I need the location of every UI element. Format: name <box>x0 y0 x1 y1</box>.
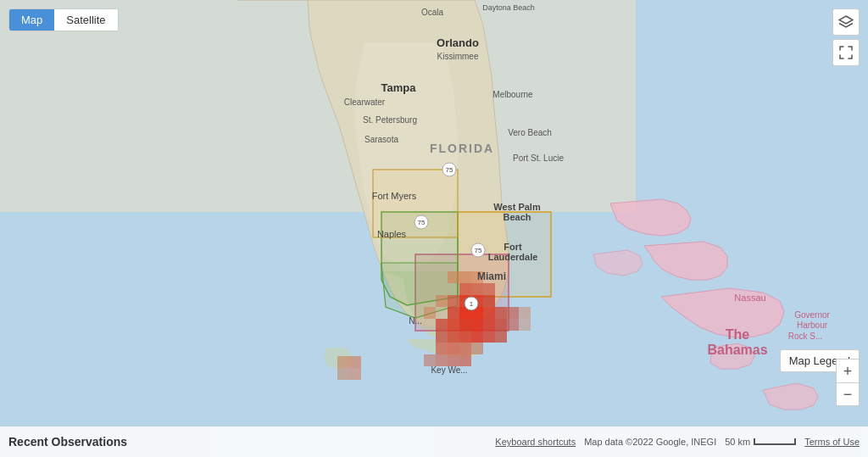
svg-text:Naples: Naples <box>377 229 407 239</box>
svg-rect-29 <box>507 307 519 319</box>
svg-rect-41 <box>448 354 459 366</box>
svg-rect-35 <box>424 307 436 319</box>
svg-rect-15 <box>483 319 495 331</box>
svg-text:Port St. Lucie: Port St. Lucie <box>513 153 564 163</box>
svg-rect-39 <box>448 343 459 354</box>
svg-text:West Palm: West Palm <box>493 202 541 212</box>
recent-observations-label: Recent Observations <box>8 435 127 449</box>
svg-rect-26 <box>459 283 471 295</box>
svg-rect-31 <box>448 271 459 283</box>
terms-of-use-link[interactable]: Terms of Use <box>804 437 860 447</box>
svg-text:St. Petersburg: St. Petersburg <box>363 115 417 125</box>
svg-text:Beach: Beach <box>503 212 531 222</box>
map-svg: Orlando Kissimmee Tampa Clearwater St. P… <box>0 0 868 457</box>
svg-rect-47 <box>349 356 361 368</box>
svg-text:Melbourne: Melbourne <box>492 90 533 99</box>
svg-rect-45 <box>471 343 483 354</box>
svg-rect-36 <box>519 307 531 319</box>
svg-rect-19 <box>459 331 471 343</box>
svg-rect-16 <box>495 319 507 331</box>
svg-text:The: The <box>726 327 750 342</box>
svg-rect-28 <box>448 295 459 307</box>
svg-text:Key We...: Key We... <box>431 365 467 375</box>
map-container: Orlando Kissimmee Tampa Clearwater St. P… <box>0 0 868 457</box>
svg-rect-44 <box>424 354 436 366</box>
svg-text:Daytona Beach: Daytona Beach <box>482 3 535 12</box>
svg-text:N...: N... <box>409 316 422 326</box>
svg-text:FLORIDA: FLORIDA <box>430 142 494 155</box>
map-type-toggle[interactable]: Map Satellite <box>8 8 119 31</box>
svg-rect-25 <box>471 283 483 295</box>
svg-text:75: 75 <box>475 247 482 254</box>
svg-text:Kissimmee: Kissimmee <box>437 52 479 61</box>
svg-text:75: 75 <box>446 166 453 174</box>
svg-rect-42 <box>459 354 471 366</box>
svg-rect-14 <box>471 319 483 331</box>
svg-text:1: 1 <box>470 300 474 308</box>
svg-text:Ocala: Ocala <box>421 8 444 17</box>
svg-rect-43 <box>436 354 448 366</box>
svg-rect-34 <box>436 295 448 307</box>
svg-text:Governor: Governor <box>794 310 830 320</box>
zoom-out-button[interactable]: − <box>836 382 860 406</box>
layers-button[interactable] <box>832 8 860 36</box>
satellite-view-button[interactable]: Satellite <box>54 9 117 31</box>
svg-text:Harbour: Harbour <box>797 320 828 330</box>
svg-text:75: 75 <box>418 219 426 226</box>
svg-text:Fort: Fort <box>504 242 522 252</box>
svg-rect-49 <box>349 368 361 380</box>
svg-rect-21 <box>483 331 495 343</box>
svg-rect-46 <box>337 356 349 368</box>
svg-rect-13 <box>459 319 471 331</box>
svg-rect-30 <box>507 319 519 331</box>
svg-text:Tampa: Tampa <box>381 81 417 94</box>
svg-rect-7 <box>483 295 495 307</box>
svg-rect-24 <box>436 331 448 343</box>
scale-label: 50 km <box>725 437 750 447</box>
zoom-controls: + − <box>836 359 860 406</box>
svg-rect-27 <box>483 283 495 295</box>
svg-rect-18 <box>436 319 448 331</box>
svg-rect-22 <box>495 331 507 343</box>
svg-text:Clearwater: Clearwater <box>344 98 386 107</box>
svg-rect-4 <box>373 170 458 237</box>
scale-bar: 50 km <box>725 437 796 447</box>
svg-rect-10 <box>483 307 495 319</box>
data-attribution-text: Map data ©2022 Google, INEGI <box>584 437 716 447</box>
svg-text:Sarasota: Sarasota <box>364 135 398 144</box>
svg-rect-48 <box>337 368 349 380</box>
svg-rect-23 <box>448 331 459 343</box>
svg-text:Fort Myers: Fort Myers <box>372 191 417 201</box>
svg-text:Orlando: Orlando <box>437 36 479 49</box>
svg-text:Lauderdale: Lauderdale <box>488 252 538 262</box>
svg-text:Rock S...: Rock S... <box>788 332 823 341</box>
svg-rect-11 <box>495 307 507 319</box>
svg-rect-40 <box>459 343 471 354</box>
map-attribution: Keyboard shortcuts Map data ©2022 Google… <box>495 437 860 447</box>
scale-line <box>754 438 796 445</box>
svg-rect-17 <box>448 319 459 331</box>
svg-rect-20 <box>471 331 483 343</box>
map-view-button[interactable]: Map <box>9 9 54 31</box>
map-bottom-bar: Recent Observations Keyboard shortcuts M… <box>0 426 868 457</box>
svg-rect-37 <box>519 319 531 331</box>
svg-text:Miami: Miami <box>477 270 506 282</box>
svg-text:Vero Beach: Vero Beach <box>508 128 552 137</box>
keyboard-shortcuts-link[interactable]: Keyboard shortcuts <box>495 437 576 447</box>
svg-text:Bahamas: Bahamas <box>707 343 767 357</box>
zoom-in-button[interactable]: + <box>836 359 860 382</box>
fullscreen-button[interactable] <box>832 39 860 66</box>
top-right-controls <box>832 8 860 66</box>
svg-rect-32 <box>459 271 471 283</box>
svg-text:Nassau: Nassau <box>734 293 765 303</box>
svg-rect-12 <box>448 307 459 319</box>
svg-rect-38 <box>436 343 448 354</box>
